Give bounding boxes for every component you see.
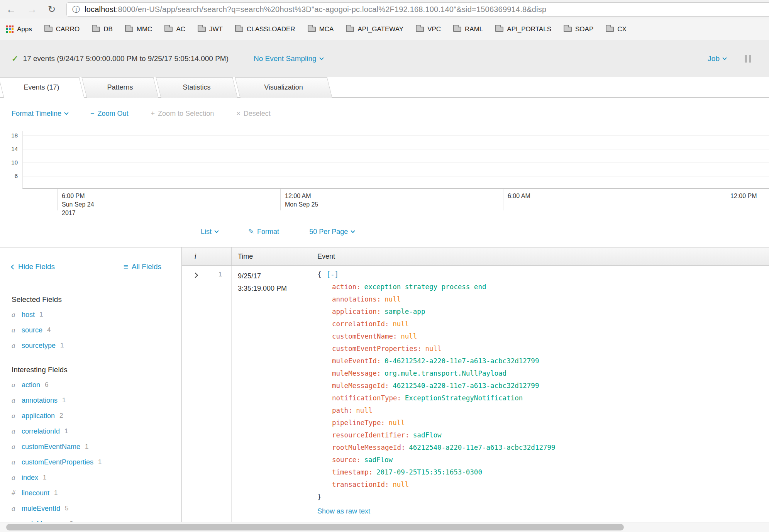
tab-events[interactable]: Events (17) xyxy=(0,77,83,98)
field-item[interactable]: a action 6 xyxy=(12,377,172,393)
json-value[interactable]: null xyxy=(393,320,409,328)
field-name-link[interactable]: linecount xyxy=(22,489,49,497)
json-value[interactable]: null xyxy=(401,332,417,340)
reload-icon[interactable] xyxy=(48,5,56,14)
field-item[interactable]: a muleEventId 5 xyxy=(12,501,172,516)
field-name-link[interactable]: correlationId xyxy=(22,427,60,435)
bookmark-folder[interactable]: MMC xyxy=(125,25,152,33)
field-name-link[interactable]: index xyxy=(22,474,38,482)
json-value[interactable]: sadFlow xyxy=(364,456,393,464)
field-name-link[interactable]: source xyxy=(22,326,42,334)
json-key[interactable]: rootMuleMessageId xyxy=(332,444,401,451)
json-key[interactable]: annotations xyxy=(332,295,377,303)
field-name-link[interactable]: muleEventId xyxy=(22,505,60,513)
pause-job-button[interactable] xyxy=(745,55,751,63)
all-fields-link[interactable]: All Fields xyxy=(124,262,161,271)
json-key[interactable]: application xyxy=(332,308,377,315)
timeline-plot-area[interactable] xyxy=(22,131,769,189)
bookmark-folder[interactable]: SOAP xyxy=(564,25,593,33)
field-name-link[interactable]: application xyxy=(22,412,55,420)
json-key[interactable]: muleMessageId xyxy=(332,382,385,390)
expand-event-icon[interactable] xyxy=(193,273,198,278)
scrollbar-thumb[interactable] xyxy=(6,524,624,530)
bookmark-folder[interactable]: AC xyxy=(164,25,185,33)
json-key[interactable]: timestamp xyxy=(332,468,369,476)
field-item[interactable]: a correlationId 1 xyxy=(12,424,172,439)
deselect-button[interactable]: Deselect xyxy=(236,110,271,118)
field-item[interactable]: a host 1 xyxy=(12,307,172,322)
field-item[interactable]: a source 4 xyxy=(12,322,172,338)
json-key[interactable]: customEventName xyxy=(332,332,393,340)
json-value[interactable]: sadFlow xyxy=(413,431,442,439)
format-button[interactable]: Format xyxy=(248,227,279,236)
zoom-to-selection-button[interactable]: Zoom to Selection xyxy=(151,110,214,118)
field-item[interactable]: a sourcetype 1 xyxy=(12,338,172,353)
field-item[interactable]: a customEventName 1 xyxy=(12,439,172,454)
json-value[interactable]: 46212540-a220-11e7-a613-acbc32d12799 xyxy=(393,382,539,390)
field-name-link[interactable]: action xyxy=(22,381,40,389)
hide-fields-link[interactable]: Hide Fields xyxy=(12,263,55,271)
bookmark-folder[interactable]: API_PORTALS xyxy=(495,25,551,33)
json-value[interactable]: null xyxy=(384,295,401,303)
per-page-dropdown[interactable]: 50 Per Page xyxy=(309,228,354,236)
json-key[interactable]: muleEventId xyxy=(332,357,377,365)
field-name-link[interactable]: sourcetype xyxy=(22,342,56,350)
site-info-icon[interactable] xyxy=(72,4,80,15)
json-key[interactable]: customEventProperties xyxy=(332,345,417,352)
bookmark-folder[interactable]: CLASSLOADER xyxy=(235,25,295,33)
event-sampling-dropdown[interactable]: No Event Sampling xyxy=(254,54,323,63)
json-value[interactable]: exception strategy process end xyxy=(364,283,486,291)
list-view-dropdown[interactable]: List xyxy=(201,228,218,236)
bookmark-folder[interactable]: CARRO xyxy=(44,25,80,33)
bookmark-folder[interactable]: DB xyxy=(92,25,113,33)
json-key[interactable]: path xyxy=(332,407,348,414)
json-value[interactable]: sample-app xyxy=(384,308,425,315)
bookmark-folder[interactable]: VPC xyxy=(416,25,441,33)
tab-statistics[interactable]: Statistics xyxy=(157,77,236,98)
tab-visualization[interactable]: Visualization xyxy=(236,77,331,98)
format-timeline-dropdown[interactable]: Format Timeline xyxy=(12,110,68,118)
field-name-link[interactable]: customEventProperties xyxy=(22,458,93,466)
header-time-column[interactable]: Time xyxy=(232,247,311,265)
json-value[interactable]: null xyxy=(393,481,409,488)
json-key[interactable]: action xyxy=(332,283,356,291)
json-key[interactable]: correlationId xyxy=(332,320,385,328)
json-value[interactable]: null xyxy=(356,407,372,414)
json-value[interactable]: null xyxy=(389,419,405,427)
horizontal-scrollbar[interactable] xyxy=(0,522,769,532)
job-menu[interactable]: Job xyxy=(708,54,726,63)
bookmark-folder[interactable]: RAML xyxy=(453,25,483,33)
json-key[interactable]: notificationType xyxy=(332,394,397,402)
json-key[interactable]: source xyxy=(332,456,356,464)
field-item[interactable]: a application 2 xyxy=(12,408,172,424)
json-value[interactable]: org.mule.transport.NullPayload xyxy=(384,369,506,377)
field-name-link[interactable]: annotations xyxy=(22,396,58,405)
bookmark-folder[interactable]: JWT xyxy=(198,25,223,33)
field-name-link[interactable]: host xyxy=(22,311,35,319)
json-key[interactable]: muleMessage xyxy=(332,369,377,377)
bookmark-folder[interactable]: API_GATEWAY xyxy=(346,25,403,33)
json-value[interactable]: 46212540-a220-11e7-a613-acbc32d12799 xyxy=(409,444,555,451)
json-value[interactable]: 2017-09-25T15:35:1653-0300 xyxy=(376,468,482,476)
field-name-link[interactable]: customEventName xyxy=(22,443,80,451)
url-bar[interactable]: localhost:8000/en-US/app/search/search?q… xyxy=(66,2,769,17)
json-collapse-toggle[interactable]: [-] xyxy=(327,271,339,278)
json-value[interactable]: 0-46212542-a220-11e7-a613-acbc32d12799 xyxy=(384,357,539,365)
field-item[interactable]: a annotations 1 xyxy=(12,393,172,408)
json-key[interactable]: resourceIdentifier xyxy=(332,431,405,439)
events-timeline-chart[interactable]: 18 14 10 6 6:00 PM Sun Sep 24 2017 12:00… xyxy=(0,129,769,216)
json-value[interactable]: ExceptionStrategyNotification xyxy=(405,394,523,402)
field-item[interactable]: a index 1 xyxy=(12,470,172,485)
json-key[interactable]: pipelineType xyxy=(332,419,381,427)
bookmark-folder[interactable]: MCA xyxy=(308,25,334,33)
field-item[interactable]: a customEventProperties 1 xyxy=(12,454,172,470)
bookmark-folder[interactable]: CX xyxy=(606,25,627,33)
field-item[interactable]: # linecount 1 xyxy=(12,485,172,501)
tab-patterns[interactable]: Patterns xyxy=(83,77,157,98)
zoom-out-button[interactable]: Zoom Out xyxy=(90,110,129,118)
apps-shortcut[interactable]: Apps xyxy=(6,25,32,33)
show-raw-text-link[interactable]: Show as raw text xyxy=(317,505,769,517)
back-icon[interactable] xyxy=(6,4,16,14)
json-value[interactable]: null xyxy=(425,345,441,352)
json-key[interactable]: transactionId xyxy=(332,481,385,488)
